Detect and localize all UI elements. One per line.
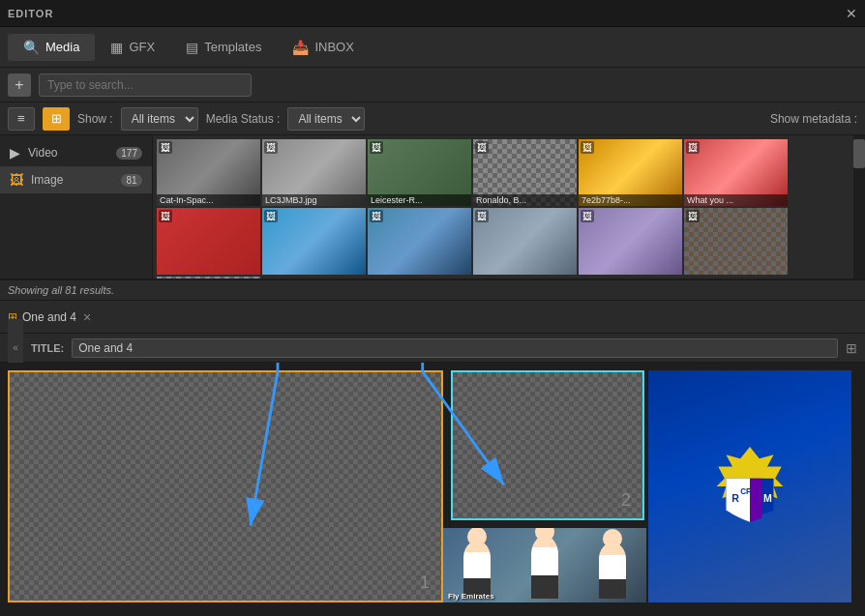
media-item-4[interactable]: 🖼 Ronaldo, B... [473, 139, 577, 206]
sidebar-item-video[interactable]: ▶ Video 177 [0, 139, 152, 166]
image-type-icon-7: 🖼 [159, 210, 172, 222]
title-bar: EDITOR ✕ [0, 0, 865, 27]
media-status-select[interactable]: All items Online Offline [287, 107, 365, 131]
search-input[interactable] [39, 73, 252, 97]
media-thumb-label-3: Leicester-R... [368, 194, 471, 206]
media-item-1[interactable]: 🖼 Cat-In-Spac... [157, 139, 260, 206]
show-select[interactable]: All items Video Image [121, 107, 198, 131]
timeline-slot-1[interactable]: 1 [8, 370, 443, 602]
list-view-button[interactable]: ≡ [8, 107, 35, 131]
media-item-12[interactable]: 🖼 [684, 208, 788, 275]
media-thumb-label-1: Cat-In-Spac... [157, 194, 260, 206]
timeline-slot-soccer[interactable]: Fly Emirates [443, 528, 646, 602]
nav-tabs: 🔍 Media ▦ GFX ▤ Templates 📥 INBOX [0, 27, 865, 68]
media-section: ▶ Video 177 🖼 Image 81 🖼 Cat-In-Spac... … [0, 135, 865, 279]
title-input[interactable] [72, 338, 838, 358]
media-thumb-label-2: LC3JMBJ.jpg [262, 194, 366, 206]
image-type-icon-5: 🖼 [581, 141, 594, 154]
media-item-6[interactable]: 🖼 What you ... [684, 139, 788, 206]
show-label: Show : [77, 112, 113, 126]
slot-2-number: 2 [621, 490, 631, 511]
timeline-slot-realmadrid[interactable]: R M CF [648, 370, 851, 602]
status-bar: Showing all 81 results. [0, 279, 865, 301]
sidebar-video-label: Video [28, 146, 57, 160]
image-type-icon-4: 🖼 [475, 141, 489, 154]
video-count: 177 [116, 147, 142, 160]
timeline-header: ⊞ One and 4 × [0, 301, 865, 334]
tab-templates[interactable]: ▤ Templates [170, 34, 277, 61]
image-type-icon-12: 🖼 [686, 210, 700, 222]
tab-inbox[interactable]: 📥 INBOX [277, 34, 369, 61]
media-thumb-label-6: What you ... [684, 194, 788, 206]
show-metadata-label: Show metadata : [770, 112, 857, 126]
image-type-icon-9: 🖼 [370, 210, 383, 222]
tab-templates-label: Templates [204, 40, 261, 54]
image-type-icon-6: 🖼 [686, 141, 700, 154]
scrollbar-track[interactable] [853, 135, 865, 279]
media-status-label: Media Status : [206, 112, 281, 126]
gfx-icon: ▦ [110, 40, 123, 55]
media-item-9[interactable]: 🖼 [368, 208, 471, 275]
sidebar-image-label: Image [31, 173, 63, 187]
image-type-icon-10: 🖼 [475, 210, 489, 222]
timeline-title-row: « TITLE: ⊞ [0, 334, 865, 363]
grid-view-timeline-button[interactable]: ⊞ [846, 340, 857, 356]
svg-text:M: M [763, 492, 772, 504]
tab-inbox-label: INBOX [314, 40, 353, 54]
svg-text:R: R [731, 492, 739, 504]
image-count: 81 [121, 174, 142, 187]
timeline-close-button[interactable]: × [81, 309, 93, 325]
media-item-5[interactable]: 🖼 7e2b77b8-... [579, 139, 682, 206]
media-item-11[interactable]: 🖼 [579, 208, 682, 275]
video-icon: ▶ [10, 145, 20, 161]
media-icon: 🔍 [23, 40, 40, 55]
title-label: TITLE: [31, 342, 64, 354]
media-item-13[interactable]: 🖼 [157, 277, 260, 279]
add-button[interactable]: + [8, 73, 31, 97]
results-count: Showing all 81 results. [8, 284, 114, 296]
svg-text:CF: CF [740, 487, 751, 496]
tab-media[interactable]: 🔍 Media [8, 34, 95, 61]
slot-1-number: 1 [420, 572, 430, 593]
media-item-2[interactable]: 🖼 LC3JMBJ.jpg [262, 139, 366, 206]
timeline-slots: 1 2 [0, 363, 865, 616]
image-type-icon-11: 🖼 [581, 210, 594, 222]
templates-icon: ▤ [186, 40, 198, 55]
media-thumb-label-4: Ronaldo, B... [473, 194, 577, 206]
image-type-icon-2: 🖼 [264, 141, 278, 154]
real-madrid-crest: R M CF [706, 443, 793, 530]
toolbar: ≡ ⊞ Show : All items Video Image Media S… [0, 103, 865, 135]
sidebar-item-image[interactable]: 🖼 Image 81 [0, 166, 152, 193]
tab-media-label: Media [45, 40, 79, 54]
lower-section: ⊞ One and 4 × « TITLE: ⊞ 1 2 [0, 301, 865, 616]
media-item-10[interactable]: 🖼 [473, 208, 577, 275]
image-type-icon: 🖼 [159, 141, 172, 154]
inbox-icon: 📥 [292, 40, 309, 55]
close-button[interactable]: ✕ [846, 7, 857, 20]
image-icon: 🖼 [10, 172, 23, 188]
tab-gfx[interactable]: ▦ GFX [95, 34, 170, 61]
tab-gfx-label: GFX [129, 40, 155, 54]
timeline-tab-label: One and 4 [22, 310, 76, 324]
search-bar: + [0, 68, 865, 103]
scrollbar-thumb[interactable] [853, 139, 865, 168]
app-title: EDITOR [8, 8, 53, 19]
media-item-7[interactable]: 🖼 [157, 208, 260, 275]
media-item-8[interactable]: 🖼 [262, 208, 366, 275]
timeline-slot-2[interactable]: 2 [451, 370, 644, 520]
media-grid: 🖼 Cat-In-Spac... 🖼 LC3JMBJ.jpg 🖼 Leicest… [153, 135, 865, 279]
image-type-icon-8: 🖼 [264, 210, 278, 222]
media-thumb-label-5: 7e2b77b8-... [579, 194, 682, 206]
image-type-icon-3: 🖼 [370, 141, 383, 154]
media-item-3[interactable]: 🖼 Leicester-R... [368, 139, 471, 206]
left-sidebar: ▶ Video 177 🖼 Image 81 [0, 135, 153, 279]
grid-view-button[interactable]: ⊞ [43, 107, 70, 131]
